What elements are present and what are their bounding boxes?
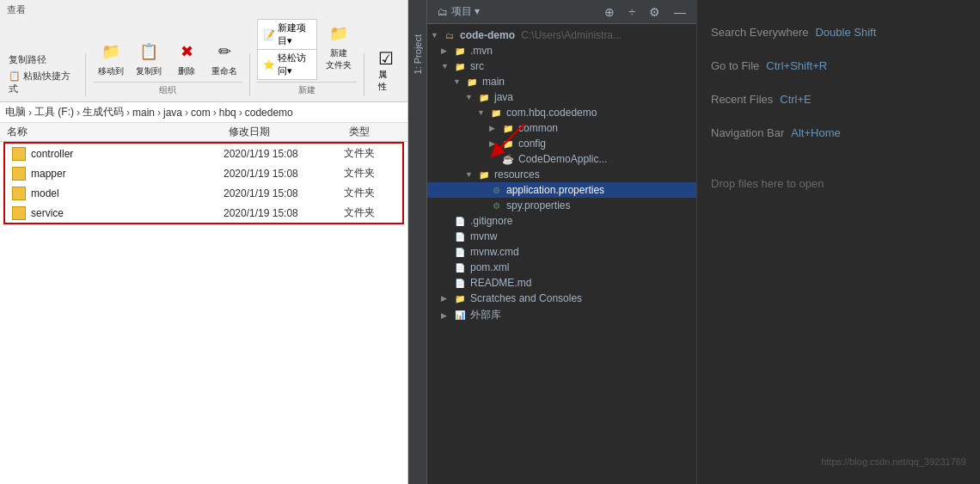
col-name-header[interactable]: 名称: [7, 125, 229, 139]
extlibs-label: 外部库: [470, 308, 501, 322]
delete-btn[interactable]: ✖ 删除: [168, 37, 205, 80]
folder-small-icon: 🗂: [438, 6, 448, 18]
move-btn[interactable]: 📁 移动到: [93, 37, 129, 80]
folder-icon-service: [12, 206, 26, 220]
vertical-tab-label: 1: Project: [413, 34, 423, 74]
tree-common[interactable]: ▶ 📁 common: [427, 120, 696, 136]
file-row-mapper[interactable]: mapper 2020/1/19 15:08 文件夹: [5, 163, 402, 183]
java-folder-icon: 📁: [477, 91, 491, 103]
new-label: 新建: [257, 82, 357, 96]
nav-bar-label: Navigation Bar: [711, 126, 784, 139]
readme-icon: 📄: [453, 277, 467, 289]
goto-file-shortcut: Ctrl+Shift+R: [766, 59, 827, 72]
file-type-service: 文件夹: [344, 205, 395, 220]
tree-mvnw[interactable]: 📄 mvnw: [427, 229, 696, 244]
app-label: CodeDemoApplic...: [518, 153, 607, 165]
src-arrow: ▼: [441, 62, 453, 70]
scratches-label: Scratches and Consoles: [470, 292, 582, 304]
tree-pom[interactable]: 📄 pom.xml: [427, 260, 696, 275]
bc-6[interactable]: hbq: [219, 107, 236, 119]
tree-mvn[interactable]: ▶ 📁 .mvn: [427, 43, 696, 58]
tree-codedemo-app[interactable]: ☕ CodeDemoApplic...: [427, 151, 696, 167]
folder-icon-controller: [12, 147, 26, 161]
main-folder-icon: 📁: [465, 76, 479, 88]
file-name-mapper: mapper: [31, 168, 224, 180]
codedemo-label: com.hbq.codedemo: [506, 107, 597, 119]
readme-label: README.md: [470, 277, 531, 289]
tree-codedemo[interactable]: ▼ 📁 com.hbq.codedemo: [427, 105, 696, 120]
new-folder-btn[interactable]: 📁 新建 文件夹: [321, 19, 357, 80]
tree-src[interactable]: ▼ 📁 src: [427, 58, 696, 74]
folder-icon-mapper: [12, 167, 26, 181]
tree-config[interactable]: ▶ 📁 config: [427, 136, 696, 151]
rename-btn[interactable]: ✏ 重命名: [206, 37, 242, 80]
tree-main[interactable]: ▼ 📁 main: [427, 74, 696, 89]
spyprops-icon: ⚙: [489, 199, 503, 211]
new-project-btn[interactable]: 📝新建项目▾: [257, 19, 317, 50]
vertical-tab[interactable]: 1: Project: [408, 0, 427, 484]
bc-3[interactable]: main: [132, 107, 155, 119]
tree-resources[interactable]: ▼ 📁 resources: [427, 167, 696, 182]
rename-icon: ✏: [212, 40, 236, 64]
file-row-model[interactable]: model 2020/1/19 15:08 文件夹: [5, 183, 402, 203]
common-arrow: ▶: [489, 124, 501, 132]
bc-2[interactable]: 生成代码: [83, 105, 124, 119]
copy-btn[interactable]: 📋 复制到: [131, 37, 167, 80]
easy-access-btn[interactable]: ⭐轻松访问▾: [257, 50, 317, 80]
properties-btn[interactable]: ☑ 属性: [371, 45, 401, 96]
tree-readme[interactable]: 📄 README.md: [427, 275, 696, 291]
file-type-model: 文件夹: [344, 186, 395, 200]
bc-7[interactable]: codedemo: [245, 107, 293, 119]
search-everywhere-label: Search Everywhere: [711, 26, 808, 39]
move-icon: 📁: [99, 40, 123, 64]
col-date-header[interactable]: 修改日期: [229, 125, 349, 139]
tree-application-props[interactable]: ⚙ application.properties: [427, 182, 696, 198]
col-type-header[interactable]: 类型: [349, 125, 401, 139]
extlibs-arrow: ▶: [441, 311, 453, 320]
add-icon[interactable]: ⊕: [601, 3, 618, 21]
bc-0[interactable]: 电脑: [5, 105, 26, 119]
sep2: [249, 53, 250, 96]
bc-1[interactable]: 工具 (F:): [34, 105, 74, 119]
tree-spy-props[interactable]: ⚙ spy.properties: [427, 198, 696, 213]
ide-tree: ▼ 🗂 code-demo C:\Users\Administra... ▶ 📁…: [427, 24, 696, 328]
bc-4[interactable]: java: [163, 107, 182, 119]
src-label: src: [470, 60, 484, 72]
org-section: 📁 移动到 📋 复制到 ✖ 删除 ✏ 重命名: [93, 37, 242, 96]
file-row-service[interactable]: service 2020/1/19 15:08 文件夹: [5, 203, 402, 223]
pom-icon: 📄: [453, 261, 467, 273]
tree-mvnw-cmd[interactable]: 📄 mvnw.cmd: [427, 244, 696, 260]
ide-toolbar: 🗂 项目 ▾ ⊕ ÷ ⚙ —: [427, 0, 696, 24]
paste-shortcut-btn[interactable]: 📋 粘贴快捷方式: [7, 69, 75, 96]
nav-bar-hint: Navigation Bar Alt+Home: [711, 126, 966, 139]
tree-scratches[interactable]: ▶ 📁 Scratches and Consoles: [427, 291, 696, 306]
footer-url: https://blog.csdn.net/qq_39231769: [711, 456, 966, 467]
mvnwcmd-label: mvnw.cmd: [470, 246, 519, 258]
ribbon-title: 查看: [7, 3, 401, 19]
project-toolbar-title[interactable]: 🗂 项目 ▾: [434, 3, 483, 21]
copy-path-btn[interactable]: 复制路径: [7, 52, 75, 67]
highlighted-files-group: controller 2020/1/19 15:08 文件夹 mapper 20…: [3, 142, 404, 224]
config-label: config: [518, 138, 546, 150]
resources-arrow: ▼: [465, 170, 477, 179]
hint-entries: Search Everywhere Double Shift Go to Fil…: [711, 17, 966, 456]
sep1: [85, 53, 86, 96]
sep3: [364, 53, 364, 96]
goto-file-hint: Go to File Ctrl+Shift+R: [711, 59, 966, 72]
tree-java[interactable]: ▼ 📁 java: [427, 89, 696, 105]
appprops-label: application.properties: [506, 184, 604, 196]
resources-label: resources: [494, 168, 540, 181]
settings-icon[interactable]: ⚙: [646, 3, 664, 21]
bc-5[interactable]: com: [191, 107, 211, 119]
nav-bar-shortcut: Alt+Home: [791, 126, 840, 139]
hint-panel: Search Everywhere Double Shift Go to Fil…: [696, 0, 980, 484]
tree-gitignore[interactable]: 📄 .gitignore: [427, 213, 696, 229]
file-row-controller[interactable]: controller 2020/1/19 15:08 文件夹: [5, 144, 402, 163]
tree-external-libs[interactable]: ▶ 📊 外部库: [427, 306, 696, 324]
config-folder-icon: 📁: [501, 138, 515, 150]
sync-icon[interactable]: ÷: [625, 3, 639, 21]
java-arrow: ▼: [465, 93, 477, 101]
mvn-folder-icon: 📁: [453, 45, 467, 57]
minimize-icon[interactable]: —: [671, 3, 689, 21]
tree-root[interactable]: ▼ 🗂 code-demo C:\Users\Administra...: [427, 28, 696, 43]
